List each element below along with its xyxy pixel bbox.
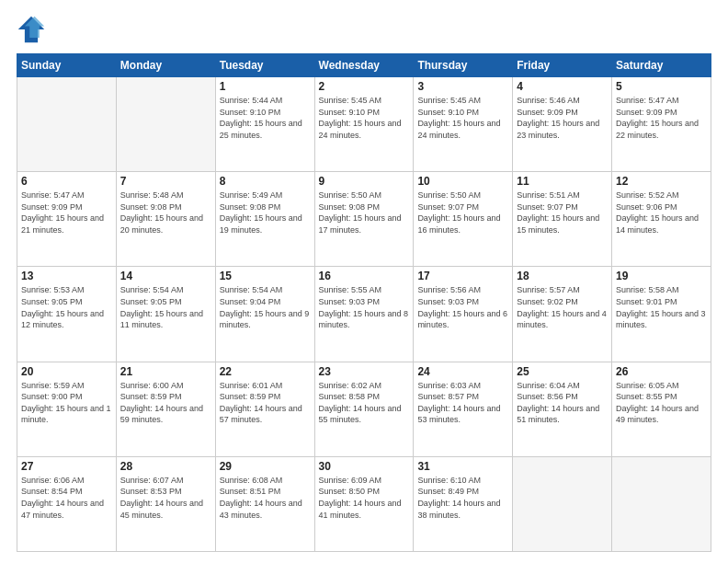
day-info: Sunrise: 5:56 AMSunset: 9:03 PMDaylight:… — [417, 284, 508, 330]
day-info: Sunrise: 6:06 AMSunset: 8:54 PMDaylight:… — [21, 475, 112, 521]
day-info: Sunrise: 5:46 AMSunset: 9:09 PMDaylight:… — [517, 95, 608, 141]
calendar-cell: 19Sunrise: 5:58 AMSunset: 9:01 PMDayligh… — [612, 267, 711, 362]
day-info: Sunrise: 5:48 AMSunset: 9:08 PMDaylight:… — [120, 190, 211, 236]
calendar: SundayMondayTuesdayWednesdayThursdayFrid… — [17, 53, 711, 552]
calendar-cell: 18Sunrise: 5:57 AMSunset: 9:02 PMDayligh… — [513, 267, 612, 362]
week-row-3: 13Sunrise: 5:53 AMSunset: 9:05 PMDayligh… — [17, 267, 711, 362]
calendar-cell: 20Sunrise: 5:59 AMSunset: 9:00 PMDayligh… — [17, 362, 117, 456]
weekday-header-sunday: Sunday — [17, 54, 117, 77]
calendar-cell: 16Sunrise: 5:55 AMSunset: 9:03 PMDayligh… — [314, 267, 414, 362]
day-info: Sunrise: 6:04 AMSunset: 8:56 PMDaylight:… — [517, 380, 608, 426]
logo-icon — [17, 15, 46, 44]
calendar-cell: 10Sunrise: 5:50 AMSunset: 9:07 PMDayligh… — [414, 172, 513, 267]
day-number: 23 — [319, 365, 410, 378]
day-info: Sunrise: 5:50 AMSunset: 9:07 PMDaylight:… — [417, 190, 508, 236]
day-info: Sunrise: 6:02 AMSunset: 8:58 PMDaylight:… — [319, 380, 410, 426]
calendar-cell: 21Sunrise: 6:00 AMSunset: 8:59 PMDayligh… — [116, 362, 215, 456]
calendar-cell: 26Sunrise: 6:05 AMSunset: 8:55 PMDayligh… — [612, 362, 711, 456]
day-number: 14 — [120, 270, 211, 282]
week-row-4: 20Sunrise: 5:59 AMSunset: 9:00 PMDayligh… — [17, 362, 711, 456]
day-number: 11 — [517, 175, 608, 188]
day-info: Sunrise: 6:00 AMSunset: 8:59 PMDaylight:… — [120, 380, 211, 426]
logo — [17, 15, 50, 44]
calendar-cell: 22Sunrise: 6:01 AMSunset: 8:59 PMDayligh… — [215, 362, 314, 456]
day-info: Sunrise: 5:52 AMSunset: 9:06 PMDaylight:… — [616, 190, 707, 236]
day-info: Sunrise: 5:47 AMSunset: 9:09 PMDaylight:… — [21, 190, 112, 236]
day-number: 13 — [21, 270, 112, 282]
day-number: 2 — [319, 80, 410, 93]
day-number: 3 — [417, 80, 508, 93]
weekday-header-saturday: Saturday — [612, 54, 711, 77]
week-row-1: 1Sunrise: 5:44 AMSunset: 9:10 PMDaylight… — [17, 77, 711, 172]
day-number: 12 — [616, 175, 707, 188]
day-info: Sunrise: 6:09 AMSunset: 8:50 PMDaylight:… — [319, 475, 410, 521]
day-number: 28 — [120, 460, 211, 473]
day-info: Sunrise: 6:07 AMSunset: 8:53 PMDaylight:… — [120, 475, 211, 521]
calendar-cell: 6Sunrise: 5:47 AMSunset: 9:09 PMDaylight… — [17, 172, 117, 267]
day-number: 16 — [319, 270, 410, 282]
day-number: 21 — [120, 365, 211, 378]
day-info: Sunrise: 6:08 AMSunset: 8:51 PMDaylight:… — [220, 475, 311, 521]
day-info: Sunrise: 5:44 AMSunset: 9:10 PMDaylight:… — [220, 95, 311, 141]
day-number: 5 — [616, 80, 707, 93]
day-number: 27 — [21, 460, 112, 473]
calendar-cell: 9Sunrise: 5:50 AMSunset: 9:08 PMDaylight… — [314, 172, 414, 267]
day-info: Sunrise: 5:55 AMSunset: 9:03 PMDaylight:… — [319, 284, 410, 330]
day-number: 26 — [616, 365, 707, 378]
calendar-cell — [17, 77, 117, 172]
weekday-header-row: SundayMondayTuesdayWednesdayThursdayFrid… — [17, 54, 711, 77]
day-number: 22 — [220, 365, 311, 378]
calendar-cell — [513, 456, 612, 551]
weekday-header-wednesday: Wednesday — [314, 54, 414, 77]
day-info: Sunrise: 5:49 AMSunset: 9:08 PMDaylight:… — [220, 190, 311, 236]
calendar-cell: 31Sunrise: 6:10 AMSunset: 8:49 PMDayligh… — [414, 456, 513, 551]
day-info: Sunrise: 5:57 AMSunset: 9:02 PMDaylight:… — [517, 284, 608, 330]
calendar-cell: 25Sunrise: 6:04 AMSunset: 8:56 PMDayligh… — [513, 362, 612, 456]
day-number: 6 — [21, 175, 112, 188]
day-info: Sunrise: 6:10 AMSunset: 8:49 PMDaylight:… — [417, 475, 508, 521]
day-info: Sunrise: 5:47 AMSunset: 9:09 PMDaylight:… — [616, 95, 707, 141]
day-info: Sunrise: 5:51 AMSunset: 9:07 PMDaylight:… — [517, 190, 608, 236]
day-number: 9 — [319, 175, 410, 188]
day-info: Sunrise: 5:50 AMSunset: 9:08 PMDaylight:… — [319, 190, 410, 236]
day-info: Sunrise: 5:45 AMSunset: 9:10 PMDaylight:… — [319, 95, 410, 141]
day-info: Sunrise: 5:45 AMSunset: 9:10 PMDaylight:… — [417, 95, 508, 141]
calendar-cell: 5Sunrise: 5:47 AMSunset: 9:09 PMDaylight… — [612, 77, 711, 172]
day-info: Sunrise: 6:01 AMSunset: 8:59 PMDaylight:… — [220, 380, 311, 426]
weekday-header-friday: Friday — [513, 54, 612, 77]
calendar-cell: 23Sunrise: 6:02 AMSunset: 8:58 PMDayligh… — [314, 362, 414, 456]
day-number: 30 — [319, 460, 410, 473]
week-row-2: 6Sunrise: 5:47 AMSunset: 9:09 PMDaylight… — [17, 172, 711, 267]
day-number: 1 — [220, 80, 311, 93]
day-number: 15 — [220, 270, 311, 282]
calendar-cell: 1Sunrise: 5:44 AMSunset: 9:10 PMDaylight… — [215, 77, 314, 172]
day-number: 17 — [417, 270, 508, 282]
day-number: 10 — [417, 175, 508, 188]
day-info: Sunrise: 5:58 AMSunset: 9:01 PMDaylight:… — [616, 284, 707, 330]
weekday-header-tuesday: Tuesday — [215, 54, 314, 77]
calendar-cell: 11Sunrise: 5:51 AMSunset: 9:07 PMDayligh… — [513, 172, 612, 267]
day-number: 20 — [21, 365, 112, 378]
calendar-cell: 8Sunrise: 5:49 AMSunset: 9:08 PMDaylight… — [215, 172, 314, 267]
calendar-cell: 3Sunrise: 5:45 AMSunset: 9:10 PMDaylight… — [414, 77, 513, 172]
page: SundayMondayTuesdayWednesdayThursdayFrid… — [0, 0, 728, 563]
calendar-cell: 29Sunrise: 6:08 AMSunset: 8:51 PMDayligh… — [215, 456, 314, 551]
day-number: 7 — [120, 175, 211, 188]
day-number: 4 — [517, 80, 608, 93]
weekday-header-thursday: Thursday — [414, 54, 513, 77]
day-number: 18 — [517, 270, 608, 282]
week-row-5: 27Sunrise: 6:06 AMSunset: 8:54 PMDayligh… — [17, 456, 711, 551]
calendar-cell: 17Sunrise: 5:56 AMSunset: 9:03 PMDayligh… — [414, 267, 513, 362]
day-number: 31 — [417, 460, 508, 473]
calendar-cell: 14Sunrise: 5:54 AMSunset: 9:05 PMDayligh… — [116, 267, 215, 362]
calendar-cell: 7Sunrise: 5:48 AMSunset: 9:08 PMDaylight… — [116, 172, 215, 267]
calendar-cell: 28Sunrise: 6:07 AMSunset: 8:53 PMDayligh… — [116, 456, 215, 551]
day-info: Sunrise: 6:05 AMSunset: 8:55 PMDaylight:… — [616, 380, 707, 426]
day-info: Sunrise: 6:03 AMSunset: 8:57 PMDaylight:… — [417, 380, 508, 426]
calendar-cell: 2Sunrise: 5:45 AMSunset: 9:10 PMDaylight… — [314, 77, 414, 172]
day-number: 29 — [220, 460, 311, 473]
calendar-cell: 27Sunrise: 6:06 AMSunset: 8:54 PMDayligh… — [17, 456, 117, 551]
header — [17, 15, 711, 44]
calendar-cell: 13Sunrise: 5:53 AMSunset: 9:05 PMDayligh… — [17, 267, 117, 362]
day-info: Sunrise: 5:59 AMSunset: 9:00 PMDaylight:… — [21, 380, 112, 426]
